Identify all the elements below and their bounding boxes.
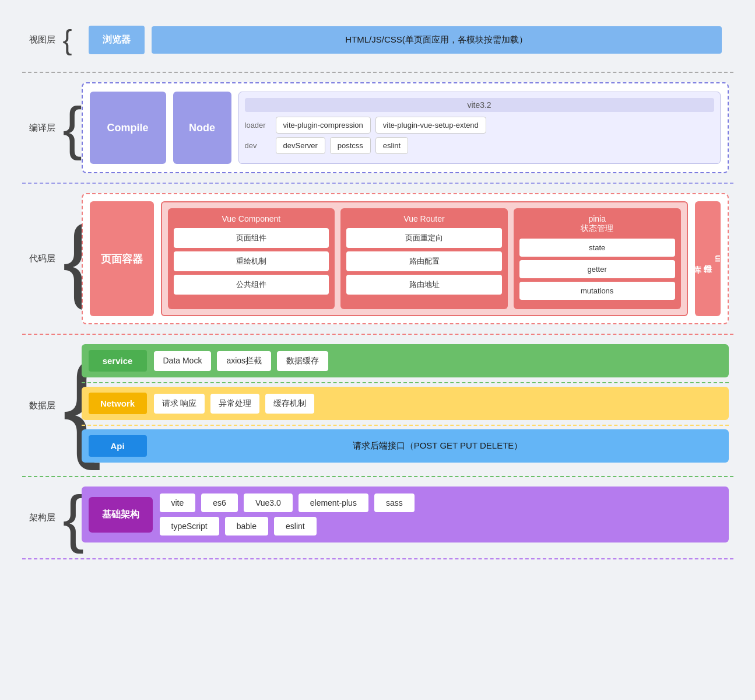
service-item-1: axios拦截: [217, 351, 271, 371]
api-label: Api: [89, 435, 147, 457]
service-item-2: 数据缓存: [277, 351, 328, 371]
view-layer: 视图层 { 浏览器 HTML/JS/CSS(单页面应用，各模块按需加载）: [22, 12, 733, 68]
vue-component-item-1: 重绘机制: [174, 251, 329, 271]
postcss-box: postcss: [330, 137, 371, 154]
network-items: 请求 响应 异常处理 缓存机制: [154, 394, 722, 414]
html-desc-box: HTML/JS/CSS(单页面应用，各模块按需加载）: [152, 26, 722, 54]
code-layer: 代码层 { 页面容器 Vue Component 页面组件 重绘机制 公共组件: [22, 187, 733, 330]
page-container-box: 页面容器: [90, 201, 154, 316]
pinia-module: pinia 状态管理 state getter mutations: [514, 208, 681, 309]
foundation-label-box: 基础架构: [89, 497, 153, 533]
foundation-layer-content: 基础架构 vite es6 Vue3.0 element-plus sass t…: [77, 481, 733, 555]
network-item-1: 异常处理: [210, 394, 259, 414]
compile-layer-label: 编译层: [22, 76, 63, 179]
foundation-items: vite es6 Vue3.0 element-plus sass typeSc…: [160, 494, 722, 536]
pinia-item-0: state: [519, 239, 675, 257]
divider-4: [82, 382, 729, 383]
network-item-0: 请求 响应: [154, 394, 205, 414]
vue-router-item-1: 路由配置: [346, 251, 502, 271]
data-brace: {: [63, 338, 77, 473]
foundation-item-sass: sass: [374, 494, 415, 512]
pinia-item-2: mutations: [519, 282, 675, 300]
data-layer: 数据层 { service Data Mock axios拦截 数据缓存 Net…: [22, 338, 733, 473]
divider-3: [22, 334, 733, 335]
divider-5: [82, 425, 729, 426]
divider-2: [22, 183, 733, 184]
view-brace: {: [63, 24, 77, 56]
foundation-row-1: vite es6 Vue3.0 element-plus sass: [160, 494, 722, 512]
view-layer-label: 视图层: [22, 34, 63, 46]
foundation-row-2: typeScript bable eslint: [160, 517, 722, 536]
code-layer-label: 代码层: [22, 187, 63, 330]
compile-layer: 编译层 { Compile Node vite3.2 loader vite-p…: [22, 76, 733, 179]
vite-title: vite3.2: [245, 98, 714, 112]
view-layer-content: 浏览器 HTML/JS/CSS(单页面应用，各模块按需加载）: [77, 12, 733, 68]
divider-1: [22, 72, 733, 73]
compile-layer-content: Compile Node vite3.2 loader vite-plugin-…: [77, 76, 733, 179]
service-item-0: Data Mock: [154, 351, 212, 371]
pinia-title: pinia 状态管理: [519, 214, 675, 234]
foundation-item-element: element-plus: [299, 494, 368, 512]
foundation-item-vite: vite: [160, 494, 196, 512]
node-box: Node: [173, 92, 231, 164]
service-row: service Data Mock axios拦截 数据缓存: [82, 344, 729, 377]
ui-lib-box: ui 组件 库: [695, 201, 721, 316]
network-label: Network: [89, 393, 147, 414]
vite-dev-row: dev devServer postcss eslint: [245, 137, 714, 154]
vite-container: vite3.2 loader vite-plugin-compression v…: [238, 92, 721, 164]
loader-label: loader: [245, 121, 271, 130]
compile-box: Compile: [90, 92, 166, 164]
vue-component-title: Vue Component: [174, 214, 329, 223]
data-layer-content: service Data Mock axios拦截 数据缓存 Network 请…: [77, 338, 733, 473]
foundation-brace: {: [63, 481, 77, 555]
divider-7: [22, 558, 733, 559]
api-text: 请求后端接口（POST GET PUT DELETE）: [154, 440, 722, 452]
architecture-diagram: 视图层 { 浏览器 HTML/JS/CSS(单页面应用，各模块按需加载） 编译层…: [22, 12, 733, 559]
code-modules-container: Vue Component 页面组件 重绘机制 公共组件 Vue Router …: [161, 201, 688, 316]
vue-router-item-2: 路由地址: [346, 275, 502, 295]
foundation-item-vue30: Vue3.0: [244, 494, 293, 512]
service-items: Data Mock axios拦截 数据缓存: [154, 351, 722, 371]
vue-router-title: Vue Router: [346, 214, 502, 223]
plugin-compression: vite-plugin-compression: [276, 117, 371, 134]
vue-router-module: Vue Router 页面重定向 路由配置 路由地址: [340, 208, 508, 309]
api-row: Api 请求后端接口（POST GET PUT DELETE）: [82, 429, 729, 463]
dev-label: dev: [245, 141, 271, 150]
foundation-item-es6: es6: [201, 494, 238, 512]
divider-6: [22, 476, 733, 477]
foundation-item-ts: typeScript: [160, 517, 219, 536]
foundation-item-eslint: eslint: [274, 517, 317, 536]
foundation-item-bable: bable: [225, 517, 268, 536]
vue-component-item-0: 页面组件: [174, 228, 329, 248]
data-layer-label: 数据层: [22, 338, 63, 473]
vite-loader-row: loader vite-plugin-compression vite-plug…: [245, 117, 714, 134]
plugin-vue-setup: vite-plugin-vue-setup-extend: [375, 117, 486, 134]
code-brace: {: [63, 187, 77, 330]
devserver-box: devServer: [276, 137, 325, 154]
pinia-item-1: getter: [519, 260, 675, 278]
network-item-2: 缓存机制: [265, 394, 314, 414]
foundation-layer-label: 架构层: [22, 481, 63, 555]
vue-component-module: Vue Component 页面组件 重绘机制 公共组件: [168, 208, 335, 309]
compile-brace: {: [63, 76, 77, 179]
foundation-layer: 架构层 { 基础架构 vite es6 Vue3.0 element-plus …: [22, 481, 733, 555]
eslint-box-compile: eslint: [375, 137, 408, 154]
vue-component-item-2: 公共组件: [174, 275, 329, 295]
code-layer-content: 页面容器 Vue Component 页面组件 重绘机制 公共组件 Vue Ro…: [77, 187, 733, 330]
browser-box: 浏览器: [89, 26, 145, 54]
vue-router-item-0: 页面重定向: [346, 228, 502, 248]
service-label: service: [89, 350, 147, 372]
network-row: Network 请求 响应 异常处理 缓存机制: [82, 387, 729, 420]
